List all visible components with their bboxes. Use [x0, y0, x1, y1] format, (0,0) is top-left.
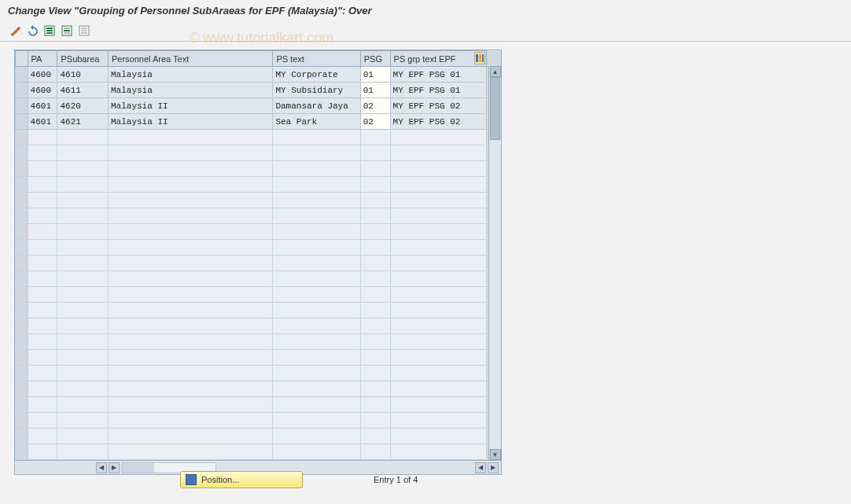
- row-selector[interactable]: [16, 413, 28, 429]
- cell-empty: [57, 444, 109, 460]
- cell-psg[interactable]: [360, 429, 390, 444]
- cell-psg[interactable]: [360, 161, 390, 177]
- row-selector[interactable]: [16, 334, 28, 350]
- row-selector[interactable]: [16, 287, 28, 303]
- table-row-empty: [16, 130, 501, 145]
- col-pa[interactable]: PA: [28, 51, 57, 67]
- cell-empty: [390, 240, 487, 256]
- row-selector[interactable]: [16, 397, 28, 413]
- table-row-empty: [16, 177, 501, 193]
- cell-psg[interactable]: [360, 334, 390, 350]
- row-selector[interactable]: [16, 114, 28, 130]
- cell-empty: [28, 208, 57, 224]
- cell-psg[interactable]: [360, 193, 390, 208]
- row-selector[interactable]: [16, 83, 28, 98]
- row-selector[interactable]: [16, 444, 28, 460]
- col-psubarea[interactable]: PSubarea: [57, 51, 109, 67]
- cell-psg[interactable]: [360, 224, 390, 240]
- scroll-thumb[interactable]: [490, 77, 500, 140]
- cell-psg[interactable]: [360, 350, 390, 366]
- row-selector[interactable]: [16, 240, 28, 256]
- cell-empty: [57, 193, 109, 208]
- row-selector[interactable]: [16, 350, 28, 366]
- row-selector[interactable]: [16, 145, 28, 161]
- cell-empty: [390, 444, 487, 460]
- cell-empty: [390, 334, 487, 350]
- position-icon: [186, 474, 197, 485]
- table-row-empty: [16, 224, 501, 240]
- row-selector[interactable]: [16, 161, 28, 177]
- cell-empty: [273, 413, 360, 429]
- col-pstext[interactable]: PS text: [273, 51, 360, 67]
- cell-psg[interactable]: [360, 444, 390, 460]
- cell-empty: [28, 287, 57, 303]
- cell-patext: Malaysia II: [108, 114, 272, 130]
- cell-psg[interactable]: [360, 287, 390, 303]
- scroll-down-icon[interactable]: ▼: [490, 449, 501, 460]
- cell-psg[interactable]: [360, 303, 390, 318]
- row-selector[interactable]: [16, 303, 28, 318]
- row-selector[interactable]: [16, 381, 28, 397]
- cell-psg[interactable]: [360, 208, 390, 224]
- row-selector[interactable]: [16, 271, 28, 287]
- table-row-empty: [16, 271, 501, 287]
- cell-psg[interactable]: [360, 271, 390, 287]
- deselect-all-icon[interactable]: [77, 24, 91, 38]
- scroll-track[interactable]: [489, 77, 501, 449]
- cell-psg[interactable]: [360, 318, 390, 334]
- row-selector[interactable]: [16, 98, 28, 114]
- cell-psg[interactable]: [360, 145, 390, 161]
- row-selector[interactable]: [16, 366, 28, 381]
- cell-psg[interactable]: [360, 130, 390, 145]
- row-selector-header[interactable]: [16, 51, 28, 67]
- undo-icon[interactable]: [25, 24, 39, 38]
- cell-psg[interactable]: 02: [360, 114, 390, 130]
- row-selector[interactable]: [16, 208, 28, 224]
- cell-psgrptext: MY EPF PSG 02: [390, 98, 487, 114]
- row-selector[interactable]: [16, 318, 28, 334]
- row-selector[interactable]: [16, 130, 28, 145]
- cell-empty: [28, 224, 57, 240]
- row-selector[interactable]: [16, 224, 28, 240]
- cell-psg[interactable]: [360, 381, 390, 397]
- position-button[interactable]: Position...: [180, 471, 303, 488]
- col-patext[interactable]: Personnel Area Text: [108, 51, 272, 67]
- cell-empty: [108, 224, 272, 240]
- cell-psg[interactable]: [360, 397, 390, 413]
- row-selector[interactable]: [16, 177, 28, 193]
- toggle-display-change-icon[interactable]: [8, 24, 22, 38]
- table-row: 46004611MalaysiaMY Subsidiary01MY EPF PS…: [16, 83, 501, 98]
- cell-pa: 4600: [28, 67, 57, 83]
- row-selector[interactable]: [16, 256, 28, 271]
- col-psgrptext[interactable]: PS grp text EPF: [390, 51, 487, 67]
- select-block-icon[interactable]: [60, 24, 74, 38]
- cell-empty: [28, 161, 57, 177]
- cell-empty: [28, 334, 57, 350]
- entry-counter-text: Entry 1 of 4: [374, 475, 418, 484]
- cell-pstext: MY Corporate: [273, 67, 360, 83]
- row-selector[interactable]: [16, 429, 28, 444]
- cell-empty: [273, 318, 360, 334]
- cell-psg[interactable]: [360, 240, 390, 256]
- vertical-scrollbar[interactable]: ▲ ▼: [488, 66, 501, 460]
- cell-empty: [28, 177, 57, 193]
- cell-empty: [28, 240, 57, 256]
- cell-empty: [108, 303, 272, 318]
- scroll-up-icon[interactable]: ▲: [490, 66, 501, 77]
- cell-psg[interactable]: 02: [360, 98, 390, 114]
- cell-empty: [28, 193, 57, 208]
- cell-empty: [390, 287, 487, 303]
- cell-empty: [273, 287, 360, 303]
- cell-psg[interactable]: 01: [360, 83, 390, 98]
- cell-psg[interactable]: [360, 177, 390, 193]
- cell-psg[interactable]: [360, 256, 390, 271]
- cell-psg[interactable]: 01: [360, 67, 390, 83]
- table-settings-icon[interactable]: [474, 52, 485, 64]
- cell-psg[interactable]: [360, 366, 390, 381]
- cell-empty: [273, 397, 360, 413]
- select-all-icon[interactable]: [42, 24, 57, 38]
- col-psg[interactable]: PSG: [360, 51, 390, 67]
- row-selector[interactable]: [16, 67, 28, 83]
- cell-psg[interactable]: [360, 413, 390, 429]
- row-selector[interactable]: [16, 193, 28, 208]
